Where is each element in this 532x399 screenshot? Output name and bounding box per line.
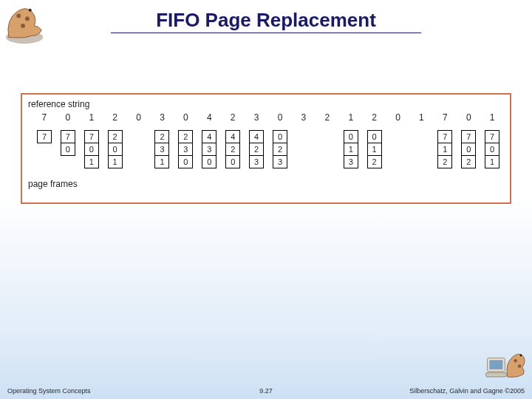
footer-right: Silberschatz, Galvin and Gagne ©2005 <box>409 387 525 395</box>
reference-cell: 0 <box>457 112 480 123</box>
frame-cell: 3 <box>344 156 358 168</box>
frame-cell: 0 <box>61 143 75 156</box>
reference-cell: 2 <box>316 112 339 123</box>
frame-cell: 1 <box>438 143 451 156</box>
frame-cell: 0 <box>109 143 122 156</box>
frame-cell: 0 <box>179 156 192 168</box>
footer-page-number: 9.27 <box>259 387 273 395</box>
reference-cell: 1 <box>80 112 103 123</box>
reference-cell: 3 <box>292 112 316 123</box>
frame-box: 013 <box>344 130 358 168</box>
frame-column: 702 <box>457 130 480 168</box>
reference-cell: 2 <box>363 112 386 123</box>
svg-point-9 <box>518 364 522 368</box>
slide-title: FIFO Page Replacement <box>0 9 532 32</box>
frame-box: 701 <box>485 130 499 168</box>
svg-rect-6 <box>489 360 502 369</box>
frame-cell: 1 <box>368 143 381 156</box>
frame-cell: 1 <box>85 156 98 168</box>
frame-cell: 0 <box>485 143 499 156</box>
page-frames-label: page frames <box>28 179 504 189</box>
frame-cell: 1 <box>109 156 122 168</box>
frame-box: 201 <box>108 130 123 168</box>
frame-cell: 1 <box>155 156 168 168</box>
dinosaur-mascot-bottom-right-icon <box>485 343 528 381</box>
frame-cell: 2 <box>462 156 475 168</box>
reference-cell: 2 <box>221 112 245 123</box>
frame-cell: 7 <box>38 131 51 143</box>
fifo-figure: reference string 70120304230321201701 77… <box>21 93 511 204</box>
frame-column: 023 <box>268 130 292 168</box>
frame-cell: 0 <box>344 131 358 143</box>
frame-column: 701 <box>80 130 103 168</box>
frame-column: 430 <box>197 130 221 168</box>
reference-cell: 0 <box>268 112 292 123</box>
reference-cell: 0 <box>386 112 410 123</box>
frame-cell: 7 <box>485 131 499 143</box>
reference-cell: 0 <box>56 112 80 123</box>
reference-string-label: reference string <box>28 99 504 109</box>
frame-cell: 3 <box>202 143 216 156</box>
reference-string-row: 70120304230321201701 <box>28 112 504 123</box>
frame-column: 230 <box>174 130 197 168</box>
frame-column: 7 <box>33 130 56 143</box>
frame-box: 231 <box>154 130 169 168</box>
frame-column: 70 <box>56 130 80 156</box>
svg-point-10 <box>519 354 522 356</box>
frame-box: 7 <box>37 130 52 143</box>
frame-box: 430 <box>202 130 216 168</box>
frame-column: 420 <box>221 130 245 168</box>
svg-point-8 <box>514 359 517 363</box>
frame-box: 012 <box>367 130 382 168</box>
frame-cell: 7 <box>462 131 475 143</box>
reference-cell: 1 <box>339 112 363 123</box>
frame-cell: 2 <box>109 131 122 143</box>
frame-cell: 2 <box>368 156 381 168</box>
reference-cell: 2 <box>103 112 127 123</box>
svg-rect-7 <box>486 373 506 377</box>
frame-cell: 1 <box>344 143 358 156</box>
frame-cell: 4 <box>226 131 239 143</box>
frame-cell: 0 <box>226 156 239 168</box>
frame-column: 013 <box>339 130 363 168</box>
frame-cell: 4 <box>202 131 216 143</box>
frame-box: 230 <box>178 130 193 168</box>
footer-left: Operating System Concepts <box>7 387 91 395</box>
frame-cell: 7 <box>61 131 75 143</box>
frame-column: 201 <box>103 130 127 168</box>
frame-cell: 2 <box>179 131 192 143</box>
reference-cell: 0 <box>174 112 197 123</box>
reference-cell: 3 <box>245 112 268 123</box>
frame-cell: 2 <box>438 156 451 168</box>
frame-cell: 0 <box>85 143 98 156</box>
frame-column: 012 <box>363 130 386 168</box>
frame-box: 702 <box>461 130 476 168</box>
frame-cell: 2 <box>273 143 287 156</box>
reference-cell: 0 <box>127 112 151 123</box>
frame-cell: 7 <box>438 131 451 143</box>
frame-cell: 0 <box>273 131 287 143</box>
frame-box: 70 <box>61 130 75 156</box>
frame-box: 420 <box>225 130 240 168</box>
page-frames-row: 7707012012312304304204230230130127127027… <box>28 130 504 174</box>
frame-cell: 3 <box>179 143 192 156</box>
slide-footer: Operating System Concepts 9.27 Silbersch… <box>0 387 532 395</box>
frame-cell: 0 <box>368 131 381 143</box>
frame-column: 231 <box>151 130 174 168</box>
frame-box: 712 <box>437 130 452 168</box>
frame-cell: 2 <box>250 143 263 156</box>
reference-cell: 3 <box>151 112 174 123</box>
frame-cell: 3 <box>155 143 168 156</box>
frame-cell: 3 <box>273 156 287 168</box>
frame-cell: 7 <box>85 131 98 143</box>
frame-cell: 1 <box>485 156 499 168</box>
frame-box: 023 <box>273 130 287 168</box>
reference-cell: 4 <box>197 112 221 123</box>
frame-column: 712 <box>433 130 457 168</box>
frame-box: 701 <box>84 130 99 168</box>
frame-cell: 3 <box>250 156 263 168</box>
frame-cell: 0 <box>462 143 475 156</box>
reference-cell: 1 <box>410 112 434 123</box>
frame-column: 701 <box>480 130 504 168</box>
frame-cell: 0 <box>202 156 216 168</box>
